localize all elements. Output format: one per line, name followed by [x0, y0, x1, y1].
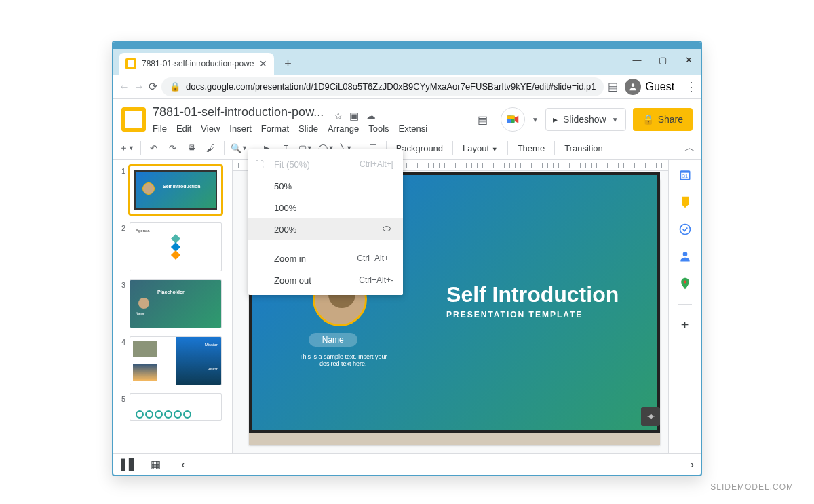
star-icon[interactable]: ☆	[334, 110, 343, 122]
reader-icon[interactable]: ▤	[608, 77, 618, 96]
share-button[interactable]: 🔒 Share	[633, 108, 693, 131]
window-controls: — ▢ ✕	[629, 52, 697, 68]
add-addon-icon[interactable]: +	[678, 318, 692, 332]
menu-view[interactable]: View	[201, 123, 220, 134]
side-panel: 31 +	[668, 160, 701, 453]
slides-favicon	[125, 58, 136, 69]
guest-label: Guest	[645, 81, 674, 93]
slide-title-block: Self Introduction PRESENTATION TEMPLATE	[446, 282, 619, 319]
print-button[interactable]: 🖶	[183, 139, 201, 157]
header-right: ▤ ▼ ▸ Slideshow ▼ 🔒 Share	[471, 107, 693, 132]
forward-button[interactable]: →	[134, 77, 144, 96]
fit-icon: ⛶	[255, 159, 264, 170]
transition-button[interactable]: Transition	[559, 143, 608, 153]
slide-thumb-4[interactable]: MissionVision	[130, 336, 222, 385]
profile-chip[interactable]: Guest	[622, 77, 677, 96]
address-bar: ← → ⟳ 🔒 docs.google.com/presentation/d/1…	[113, 75, 701, 99]
zoom-menu: ⛶ Fit (50%) Ctrl+Alt+[ 50% 100% 200% ⬭ Z…	[248, 149, 403, 295]
collapse-toolbar-icon[interactable]: ︿	[684, 141, 695, 155]
maximize-button[interactable]: ▢	[655, 52, 671, 68]
title-block: 7881-01-self-introduction-pow... ☆ ▣ ☁ F…	[153, 105, 464, 134]
move-icon[interactable]: ▣	[349, 110, 359, 122]
watermark: SLIDEMODEL.COM	[710, 482, 794, 492]
share-label: Share	[658, 114, 683, 125]
zoom-50[interactable]: 50%	[248, 175, 403, 197]
filmstrip-view-icon[interactable]: ▌▋	[121, 458, 137, 471]
new-tab-button[interactable]: +	[279, 56, 296, 72]
browser-menu-icon[interactable]: ⋮	[681, 79, 701, 94]
avatar-icon	[625, 79, 641, 95]
doc-title[interactable]: 7881-01-self-introduction-pow...	[153, 105, 324, 119]
expand-sidepanel-icon[interactable]: ›	[691, 459, 694, 471]
explore-button[interactable]: ✦	[641, 407, 660, 426]
app-header: 7881-01-self-introduction-pow... ☆ ▣ ☁ F…	[113, 99, 701, 136]
menu-bar: File Edit View Insert Format Slide Arran…	[153, 123, 464, 134]
zoom-100[interactable]: 100%	[248, 197, 403, 218]
name-label: Name	[309, 333, 357, 347]
theme-button[interactable]: Theme	[512, 143, 550, 153]
thumbnail-panel: 1Self Introduction 2Agenda 3PlaceholderN…	[113, 160, 233, 453]
svg-point-7	[680, 225, 690, 235]
slideshow-button[interactable]: ▸ Slideshow ▼	[545, 108, 626, 131]
lock-icon: 🔒	[642, 114, 654, 125]
minimize-button[interactable]: —	[629, 52, 645, 68]
slides-logo[interactable]	[121, 107, 146, 132]
cloud-icon[interactable]: ☁	[366, 110, 376, 122]
keep-icon[interactable]	[678, 195, 692, 209]
workspace: 1Self Introduction 2Agenda 3PlaceholderN…	[113, 160, 701, 453]
slide-thumb-5[interactable]	[130, 393, 222, 421]
menu-slide[interactable]: Slide	[298, 123, 318, 134]
zoom-button[interactable]: 🔍 ▼	[229, 139, 250, 157]
collapse-panel-icon[interactable]: ‹	[181, 459, 185, 471]
url-text: docs.google.com/presentation/d/1D9CiL08o…	[186, 81, 596, 92]
svg-point-0	[632, 83, 635, 87]
back-button[interactable]: ←	[119, 77, 130, 96]
browser-tab[interactable]: 7881-01-self-introduction-powe ✕	[119, 53, 274, 75]
paint-format-button[interactable]: 🖌	[202, 139, 220, 157]
close-button[interactable]: ✕	[680, 52, 697, 68]
window-titlebar	[113, 42, 701, 49]
zoom-200[interactable]: 200% ⬭	[248, 218, 403, 240]
slide-title: Self Introduction	[446, 282, 619, 307]
menu-arrange[interactable]: Arrange	[328, 123, 359, 134]
contacts-icon[interactable]	[678, 250, 692, 263]
new-slide-button[interactable]: ＋ ▼	[117, 139, 136, 157]
slide-thumb-1[interactable]: Self Introduction	[130, 166, 222, 214]
zoom-fit[interactable]: ⛶ Fit (50%) Ctrl+Alt+[	[248, 153, 403, 175]
svg-rect-3	[507, 116, 515, 120]
tab-strip: 7881-01-self-introduction-powe ✕ + — ▢ ✕	[113, 49, 701, 75]
slideshow-label: Slideshow	[563, 114, 606, 125]
slide-thumb-3[interactable]: PlaceholderName	[130, 279, 222, 328]
menu-edit[interactable]: Edit	[176, 123, 191, 134]
toolbar: ＋ ▼ ↶ ↷ 🖶 🖌 🔍 ▼ ▶ 🅃 ▢ ▼ ◯ ▼ ╲ ▼ 🗨 Backgr…	[113, 136, 701, 160]
zoom-out[interactable]: Zoom outCtrl+Alt+-	[248, 269, 403, 291]
play-icon: ▸	[553, 114, 558, 125]
footer-bar: ▌▋ ▦ ‹ ›	[113, 453, 701, 475]
menu-extensions[interactable]: Extensi	[399, 123, 428, 134]
grid-view-icon[interactable]: ▦	[151, 458, 161, 471]
close-icon[interactable]: ✕	[259, 58, 267, 69]
undo-button[interactable]: ↶	[145, 139, 163, 157]
menu-format[interactable]: Format	[261, 123, 289, 134]
tab-title: 7881-01-self-introduction-powe	[142, 59, 254, 69]
layout-button[interactable]: Layout ▼	[457, 143, 503, 153]
menu-file[interactable]: File	[153, 123, 167, 134]
browser-window: 7881-01-self-introduction-powe ✕ + — ▢ ✕…	[112, 41, 702, 476]
svg-point-8	[682, 252, 687, 256]
menu-tools[interactable]: Tools	[368, 123, 389, 134]
slide-subtitle: PRESENTATION TEMPLATE	[446, 310, 619, 319]
meet-button[interactable]	[501, 107, 525, 132]
redo-button[interactable]: ↷	[164, 139, 182, 157]
comments-icon[interactable]: ▤	[471, 108, 494, 131]
lock-icon: 🔒	[170, 81, 180, 92]
sample-text: This is a sample text. Insert your desir…	[292, 353, 394, 367]
maps-icon[interactable]	[678, 277, 692, 290]
slide-thumb-2[interactable]: Agenda	[130, 222, 222, 271]
menu-insert[interactable]: Insert	[229, 123, 252, 134]
tasks-icon[interactable]	[678, 222, 692, 236]
reload-button[interactable]: ⟳	[149, 77, 157, 96]
svg-point-9	[683, 280, 686, 283]
zoom-in[interactable]: Zoom inCtrl+Alt++	[248, 248, 403, 269]
omnibox[interactable]: 🔒 docs.google.com/presentation/d/1D9CiL0…	[161, 77, 604, 96]
calendar-icon[interactable]: 31	[678, 168, 692, 182]
